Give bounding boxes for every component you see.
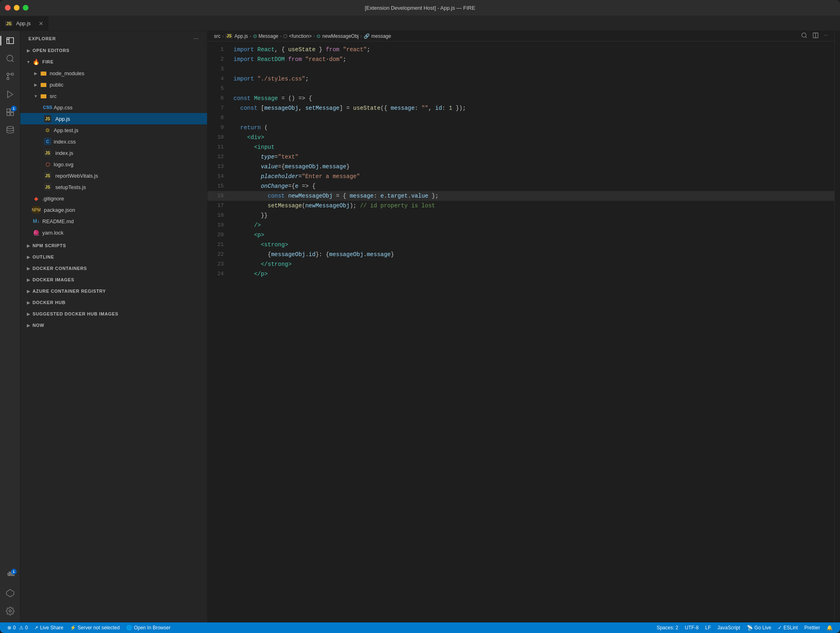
search-icon[interactable] xyxy=(801,32,807,40)
tab-close-button[interactable]: ✕ xyxy=(39,20,44,27)
docker-hub-section[interactable]: ▶ DOCKER HUB xyxy=(20,297,207,308)
breadcrumb-new-msg-obj[interactable]: newMessageObj xyxy=(322,33,358,39)
setup-tests-item[interactable]: JS setupTests.js xyxy=(20,181,207,193)
app-css-item[interactable]: CSS App.css xyxy=(20,102,207,113)
open-editors-section[interactable]: ▶ OPEN EDITORS xyxy=(20,45,207,56)
fire-section[interactable]: ▼ 🔥 FIRE xyxy=(20,56,207,67)
line-content-9: return ( xyxy=(232,123,834,133)
minimize-button[interactable] xyxy=(14,5,20,11)
app-test-label: App.test.js xyxy=(54,127,79,133)
tab-app-js[interactable]: JS App.js ✕ xyxy=(0,16,49,30)
sidebar-content[interactable]: ▶ OPEN EDITORS ▼ 🔥 FIRE ▶ xyxy=(20,45,207,622)
index-css-item[interactable]: C index.css xyxy=(20,136,207,147)
svg-line-20 xyxy=(805,37,807,38)
public-label: public xyxy=(50,82,63,88)
errors-warnings[interactable]: ⊗ 0 ⚠ 0 xyxy=(4,622,31,633)
svg-rect-18 xyxy=(41,94,43,95)
open-browser-item[interactable]: 🌐 Open In Browser xyxy=(123,622,174,633)
line-content-14: placeholder="Enter a message" xyxy=(232,172,834,181)
outline-arrow: ▶ xyxy=(25,254,32,260)
code-line-11: 11 <input xyxy=(207,142,834,152)
public-icon xyxy=(40,81,47,88)
code-line-24: 24 </p> xyxy=(207,269,834,279)
src-icon xyxy=(40,92,47,100)
npm-scripts-arrow: ▶ xyxy=(25,242,32,249)
logo-svg-item[interactable]: ⬡ logo.svg xyxy=(20,159,207,170)
azure-registry-arrow: ▶ xyxy=(25,288,32,294)
breadcrumb-appjs[interactable]: App.js xyxy=(234,33,248,39)
activity-explorer[interactable] xyxy=(2,33,18,49)
breadcrumb-sep-5: › xyxy=(360,33,362,39)
yarn-lock-icon: 🧶 xyxy=(33,229,40,236)
activity-docker[interactable]: 1 xyxy=(2,567,18,583)
activity-source-control[interactable] xyxy=(2,68,18,85)
editor-controls: ··· xyxy=(801,32,828,40)
breadcrumb-js-icon: JS xyxy=(225,33,233,39)
code-line-20: 20 <p> xyxy=(207,230,834,240)
split-editor-icon[interactable] xyxy=(812,32,819,40)
breadcrumb-message-prop[interactable]: message xyxy=(371,33,391,39)
src-label: src xyxy=(50,93,57,99)
breadcrumb-bar: src › JS App.js › ⊙ Message › ⬡ <functio… xyxy=(207,31,834,41)
breadcrumb-message[interactable]: Message xyxy=(259,33,279,39)
line-content-19: /> xyxy=(232,220,834,230)
activity-extensions[interactable]: 1 xyxy=(2,104,18,120)
node-modules-item[interactable]: ▶ node_modules xyxy=(20,67,207,79)
eslint-item[interactable]: ✓ ESLint xyxy=(775,622,801,633)
npm-scripts-label: NPM SCRIPTS xyxy=(33,243,66,248)
go-live-item[interactable]: 📡 Go Live xyxy=(744,622,775,633)
breadcrumb-function[interactable]: <function> xyxy=(289,33,312,39)
maximize-button[interactable] xyxy=(23,5,28,11)
now-section[interactable]: ▶ NOW xyxy=(20,320,207,331)
gitignore-item[interactable]: ◆ .gitignore xyxy=(20,193,207,204)
open-editors-arrow: ▶ xyxy=(25,47,32,54)
docker-containers-label: DOCKER CONTAINERS xyxy=(33,266,87,271)
suggested-docker-section[interactable]: ▶ SUGGESTED DOCKER HUB IMAGES xyxy=(20,308,207,320)
public-arrow: ▶ xyxy=(33,81,39,88)
line-number-13: 13 xyxy=(207,162,232,172)
azure-registry-section[interactable]: ▶ AZURE CONTAINER REGISTRY xyxy=(20,285,207,297)
prettier-item[interactable]: Prettier xyxy=(801,622,823,633)
spaces-item[interactable]: Spaces: 2 xyxy=(653,622,681,633)
src-item[interactable]: ▼ src xyxy=(20,90,207,102)
yarn-lock-item[interactable]: 🧶 yarn.lock xyxy=(20,227,207,238)
svg-marker-11 xyxy=(6,589,13,597)
now-label: NOW xyxy=(33,323,44,328)
breadcrumb-sep-3: › xyxy=(280,33,281,39)
public-item[interactable]: ▶ public xyxy=(20,79,207,90)
code-line-12: 12 type="text" xyxy=(207,152,834,162)
server-item[interactable]: ⚡ Server not selected xyxy=(67,622,123,633)
notifications-item[interactable]: 🔔 xyxy=(823,622,836,633)
activity-run-debug[interactable] xyxy=(2,86,18,102)
line-number-15: 15 xyxy=(207,181,232,191)
encoding-item[interactable]: UTF-8 xyxy=(682,622,702,633)
language-item[interactable]: JavaScript xyxy=(714,622,744,633)
live-share-item[interactable]: ↗ Live Share xyxy=(31,622,66,633)
docker-containers-section[interactable]: ▶ DOCKER CONTAINERS xyxy=(20,263,207,274)
activity-search[interactable] xyxy=(2,50,18,67)
close-button[interactable] xyxy=(5,5,11,11)
index-js-item[interactable]: JS index.js xyxy=(20,147,207,159)
more-actions-icon[interactable]: ··· xyxy=(824,32,828,40)
activity-remote[interactable] xyxy=(2,585,18,601)
live-share-label: Live Share xyxy=(40,625,63,631)
activity-database[interactable] xyxy=(2,122,18,138)
docker-images-section[interactable]: ▶ DOCKER IMAGES xyxy=(20,274,207,285)
code-line-19: 19 /> xyxy=(207,220,834,230)
sidebar-more-button[interactable]: ··· xyxy=(194,35,199,42)
app-js-item[interactable]: JS App.js xyxy=(20,113,207,124)
activity-settings[interactable] xyxy=(2,603,18,619)
code-editor[interactable]: 1import React, { useState } from "react"… xyxy=(207,41,834,622)
report-web-vitals-item[interactable]: JS reportWebVitals.js xyxy=(20,170,207,181)
breadcrumb-sep-4: › xyxy=(313,33,315,39)
readme-item[interactable]: M↓ README.md xyxy=(20,215,207,227)
npm-scripts-section[interactable]: ▶ NPM SCRIPTS xyxy=(20,240,207,251)
package-json-item[interactable]: NPM package.json xyxy=(20,204,207,215)
breadcrumb-src[interactable]: src xyxy=(214,33,220,39)
line-number-11: 11 xyxy=(207,142,232,152)
outline-section[interactable]: ▶ OUTLINE xyxy=(20,251,207,263)
suggested-docker-arrow: ▶ xyxy=(25,311,32,317)
code-line-3: 3 xyxy=(207,64,834,74)
eol-item[interactable]: LF xyxy=(702,622,714,633)
app-test-item[interactable]: ⚙ App.test.js xyxy=(20,124,207,136)
